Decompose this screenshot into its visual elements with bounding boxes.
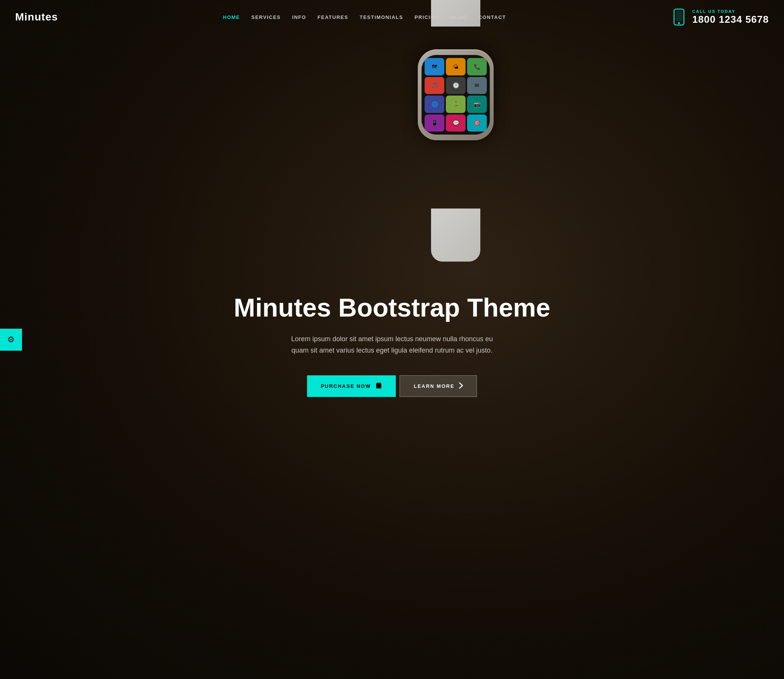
nav-link-home[interactable]: HOME xyxy=(223,14,240,20)
nav-link-pricing[interactable]: PRICING xyxy=(414,14,439,20)
site-logo[interactable]: Minutes xyxy=(15,11,58,23)
settings-float-button[interactable]: ⚙ xyxy=(0,329,22,351)
purchase-label: PURCHASE NOW xyxy=(321,383,371,389)
svg-point-2 xyxy=(678,22,680,24)
nav-links: HOMESERVICESINFOFEATURESTESTIMONIALSPRIC… xyxy=(223,14,506,20)
nav-link-contact[interactable]: CONTACT xyxy=(478,14,506,20)
phone-icon-wrap xyxy=(671,7,687,27)
chevron-right-icon xyxy=(459,383,463,390)
nav-link-blog[interactable]: BLOG xyxy=(450,14,467,20)
hero-description: Lorem ipsum dolor sit amet ipsum lectus … xyxy=(290,333,494,356)
nav-link-testimonials[interactable]: TESTIMONIALS xyxy=(360,14,403,20)
call-label: CALL US TODAY xyxy=(692,9,769,14)
gear-icon: ⚙ xyxy=(7,335,15,345)
hero-section: 🗺🌤📞🎵🕐✉🌐🏃📷📱💬🎯 Minutes HOMESERVICESINFOFEA… xyxy=(0,0,784,679)
learn-label: LEARN MORE xyxy=(414,383,454,389)
svg-rect-1 xyxy=(676,11,682,21)
hero-title: Minutes Bootstrap Theme xyxy=(234,293,550,322)
navbar: Minutes HOMESERVICESINFOFEATURESTESTIMON… xyxy=(0,0,784,34)
cart-icon xyxy=(375,382,382,390)
hero-content: Minutes Bootstrap Theme Lorem ipsum dolo… xyxy=(0,11,784,679)
phone-area: CALL US TODAY 1800 1234 5678 xyxy=(671,7,769,27)
phone-icon xyxy=(673,8,685,26)
learn-more-button[interactable]: LEARN MORE xyxy=(400,375,477,397)
nav-link-services[interactable]: SERVICES xyxy=(251,14,281,20)
hero-buttons: PURCHASE NOW LEARN MORE xyxy=(307,375,477,397)
nav-link-info[interactable]: INFO xyxy=(292,14,306,20)
purchase-now-button[interactable]: PURCHASE NOW xyxy=(307,375,396,397)
nav-link-features[interactable]: FEATURES xyxy=(318,14,348,20)
phone-text: CALL US TODAY 1800 1234 5678 xyxy=(692,9,769,25)
phone-number: 1800 1234 5678 xyxy=(692,14,769,25)
